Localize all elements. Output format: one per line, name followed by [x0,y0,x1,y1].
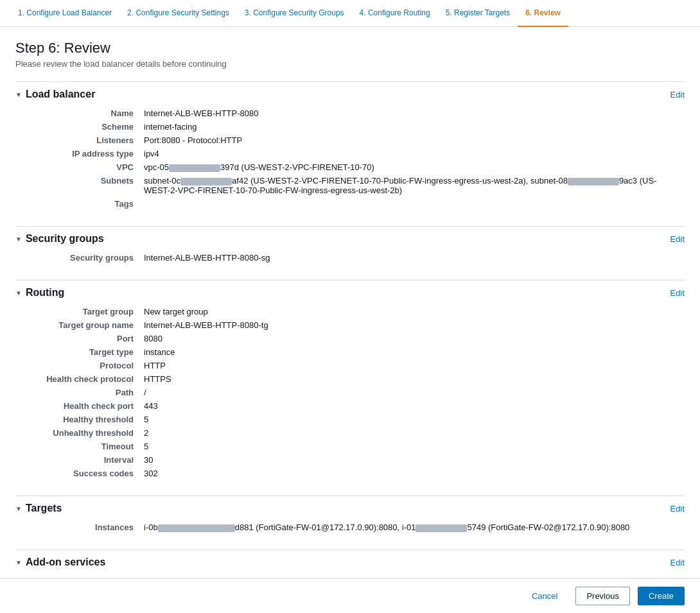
routing-port-value: 8080 [144,332,685,345]
targets-title: Targets [26,503,62,514]
routing-port-label: Port [15,332,144,345]
targets-table: Instances i-0bd881 (FortiGate-FW-01@172.… [15,521,685,534]
routing-protocol-label: Protocol [15,359,144,372]
security-groups-edit[interactable]: Edit [670,234,685,244]
routing-unhealthy-threshold-row: Unhealthy threshold 2 [15,426,685,440]
load-balancer-title: Load balancer [26,89,95,100]
security-groups-header: ▼ Security groups Edit [15,227,685,251]
lb-scheme-label: Scheme [15,120,144,134]
lb-ip-type-row: IP address type ipv4 [15,147,685,160]
routing-unhealthy-threshold-value: 2 [144,426,685,440]
targets-section: ▼ Targets Edit Instances i-0bd881 (Forti… [15,496,685,549]
security-groups-content: Security groups Internet-ALB-WEB-HTTP-80… [15,251,685,280]
routing-content: Target group New target group Target gro… [15,305,685,496]
lb-scheme-value: internet-facing [144,120,685,134]
routing-title-row: ▼ Routing [15,287,64,298]
lb-vpc-redacted [169,164,220,172]
targets-header: ▼ Targets Edit [15,496,685,521]
lb-tags-label: Tags [15,197,144,211]
targets-title-row: ▼ Targets [15,503,62,514]
cancel-button[interactable]: Cancel [521,587,568,605]
targets-content: Instances i-0bd881 (FortiGate-FW-01@172.… [15,521,685,549]
routing-protocol-row: Protocol HTTP [15,359,685,372]
security-groups-title-row: ▼ Security groups [15,233,104,245]
targets-chevron[interactable]: ▼ [15,505,22,512]
routing-target-type-label: Target type [15,345,144,359]
sg-row: Security groups Internet-ALB-WEB-HTTP-80… [15,251,685,264]
routing-timeout-row: Timeout 5 [15,440,685,453]
instance2-redacted [416,524,467,532]
targets-instances-label: Instances [15,521,144,534]
wizard-step-3[interactable]: 3. Configure Security Groups [237,0,352,27]
routing-hc-protocol-row: Health check protocol HTTPS [15,372,685,386]
footer: Cancel Previous Create [0,578,700,613]
wizard-step-1[interactable]: 1. Configure Load Balancer [10,0,119,27]
routing-hc-protocol-value: HTTPS [144,372,685,386]
lb-subnets-label: Subnets [15,174,144,197]
routing-interval-row: Interval 30 [15,453,685,467]
targets-edit[interactable]: Edit [670,504,685,514]
page-subtitle: Please review the load balancer details … [15,59,685,69]
routing-hc-protocol-label: Health check protocol [15,372,144,386]
sg-label: Security groups [15,251,144,264]
load-balancer-content: Name Internet-ALB-WEB-HTTP-8080 Scheme i… [15,107,685,226]
routing-target-group-value: New target group [144,305,685,318]
security-groups-title: Security groups [26,233,104,245]
routing-port-row: Port 8080 [15,332,685,345]
routing-chevron[interactable]: ▼ [15,289,22,297]
lb-subnets-value: subnet-0caf42 (US-WEST-2-VPC-FIRENET-10-… [144,174,685,197]
routing-target-type-value: instance [144,345,685,359]
load-balancer-table: Name Internet-ALB-WEB-HTTP-8080 Scheme i… [15,107,685,211]
routing-hc-port-row: Health check port 443 [15,399,685,413]
security-groups-chevron[interactable]: ▼ [15,236,22,243]
addon-services-title: Add-on services [26,557,105,568]
routing-hc-port-value: 443 [144,399,685,413]
lb-vpc-row: VPC vpc-05397d (US-WEST-2-VPC-FIRENET-10… [15,160,685,174]
wizard-step-4[interactable]: 4. Configure Routing [352,0,438,27]
routing-unhealthy-threshold-label: Unhealthy threshold [15,426,144,440]
routing-tg-name-value: Internet-ALB-WEB-HTTP-8080-tg [144,318,685,332]
routing-healthy-threshold-value: 5 [144,413,685,426]
load-balancer-chevron[interactable]: ▼ [15,91,22,98]
wizard-step-5[interactable]: 5. Register Targets [438,0,518,27]
routing-target-group-label: Target group [15,305,144,318]
routing-target-group-row: Target group New target group [15,305,685,318]
routing-path-value: / [144,386,685,399]
addon-services-chevron[interactable]: ▼ [15,559,22,566]
sg-value: Internet-ALB-WEB-HTTP-8080-sg [144,251,685,264]
wizard-nav: 1. Configure Load Balancer 2. Configure … [0,0,700,27]
routing-protocol-value: HTTP [144,359,685,372]
lb-listeners-row: Listeners Port:8080 - Protocol:HTTP [15,134,685,147]
targets-instances-row: Instances i-0bd881 (FortiGate-FW-01@172.… [15,521,685,534]
load-balancer-edit[interactable]: Edit [670,90,685,99]
instance1-redacted [158,524,235,532]
routing-path-label: Path [15,386,144,399]
routing-success-codes-row: Success codes 302 [15,467,685,480]
routing-edit[interactable]: Edit [670,288,685,298]
routing-success-codes-label: Success codes [15,467,144,480]
load-balancer-section: ▼ Load balancer Edit Name Internet-ALB-W… [15,82,685,226]
addon-services-header: ▼ Add-on services Edit [15,550,685,574]
previous-button[interactable]: Previous [575,587,630,605]
routing-header: ▼ Routing Edit [15,281,685,305]
load-balancer-title-row: ▼ Load balancer [15,89,95,100]
wizard-step-6[interactable]: 6. Review [518,0,568,27]
lb-subnet2-redacted [568,178,619,186]
wizard-step-2[interactable]: 2. Configure Security Settings [119,0,237,27]
create-button[interactable]: Create [638,587,685,605]
lb-tags-row: Tags [15,197,685,211]
security-groups-section: ▼ Security groups Edit Security groups I… [15,226,685,280]
lb-name-label: Name [15,107,144,120]
security-groups-table: Security groups Internet-ALB-WEB-HTTP-80… [15,251,685,264]
routing-healthy-threshold-label: Healthy threshold [15,413,144,426]
lb-subnet1-redacted [180,178,232,186]
addon-services-edit[interactable]: Edit [670,558,685,567]
lb-listeners-value: Port:8080 - Protocol:HTTP [144,134,685,147]
lb-tags-value [144,197,685,211]
routing-title: Routing [26,287,64,298]
routing-table: Target group New target group Target gro… [15,305,685,480]
lb-ip-type-value: ipv4 [144,147,685,160]
routing-timeout-label: Timeout [15,440,144,453]
page-title: Step 6: Review [15,40,685,56]
addon-services-title-row: ▼ Add-on services [15,557,105,568]
